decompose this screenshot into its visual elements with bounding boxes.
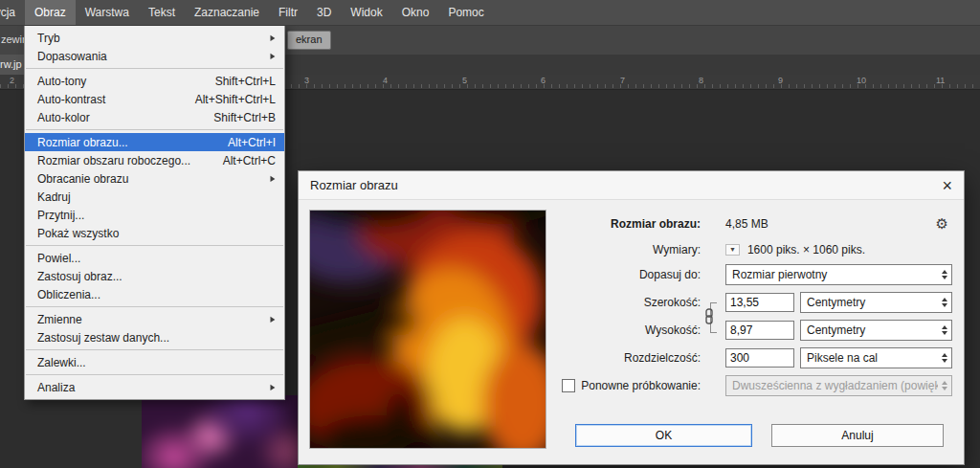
resample-label-group: Ponowne próbkowanie: bbox=[546, 379, 701, 392]
resample-label: Ponowne próbkowanie: bbox=[581, 379, 701, 392]
menu-item-zastosuj-zestaw[interactable]: Zastosuj zestaw danych... bbox=[25, 328, 284, 346]
menu-item-tryb[interactable]: Tryb▶ bbox=[25, 29, 284, 47]
screen-fit-button-partial[interactable]: ekran bbox=[287, 31, 331, 50]
resolution-input[interactable] bbox=[725, 348, 794, 368]
obraz-menu-popup: Tryb▶ Dopasowania▶ Auto-tonyShift+Ctrl+L… bbox=[24, 25, 285, 400]
resolution-row: Rozdzielczość: Piksele na cal bbox=[546, 347, 952, 368]
cancel-button[interactable]: Anuluj bbox=[771, 424, 944, 447]
fit-to-label: Dopasuj do: bbox=[546, 268, 701, 281]
preview-art bbox=[310, 211, 546, 448]
link-icon[interactable] bbox=[703, 308, 715, 324]
menu-zaznaczanie[interactable]: Zaznaczanie bbox=[185, 0, 269, 25]
submenu-arrow-icon: ▶ bbox=[270, 174, 275, 183]
image-preview[interactable] bbox=[309, 210, 546, 449]
menu-item-dopasowania[interactable]: Dopasowania▶ bbox=[25, 47, 284, 65]
menu-edycja[interactable]: Edycja bbox=[0, 0, 25, 25]
menu-bar: Edycja Obraz Warstwa Tekst Zaznaczanie F… bbox=[0, 0, 980, 26]
width-row: Szerokość: Centymetry bbox=[546, 292, 952, 313]
updown-arrows-icon bbox=[942, 325, 947, 335]
height-label: Wysokość: bbox=[546, 323, 701, 337]
dimensions-dropdown-icon[interactable]: ▼ bbox=[725, 244, 740, 256]
image-size-row: Rozmiar obrazu: 4,85 MB bbox=[546, 213, 952, 234]
gear-icon[interactable]: ⚙ bbox=[936, 213, 948, 234]
menu-separator bbox=[26, 245, 283, 246]
menu-okno[interactable]: Okno bbox=[392, 0, 439, 25]
menu-3d[interactable]: 3D bbox=[307, 0, 341, 25]
menu-item-obliczenia[interactable]: Obliczenia... bbox=[25, 285, 284, 303]
menu-widok[interactable]: Widok bbox=[341, 0, 391, 25]
menu-separator bbox=[26, 129, 283, 130]
menu-warstwa[interactable]: Warstwa bbox=[76, 0, 139, 25]
resolution-label: Rozdzielczość: bbox=[546, 351, 701, 365]
fit-to-row: Dopasuj do: Rozmiar pierwotny bbox=[546, 264, 952, 285]
menu-item-zalewki[interactable]: Zalewki... bbox=[25, 353, 284, 371]
updown-arrows-icon bbox=[942, 353, 947, 363]
height-unit-select[interactable]: Centymetry bbox=[800, 320, 952, 341]
updown-arrows-icon bbox=[942, 298, 947, 307]
menu-separator bbox=[26, 306, 283, 307]
image-size-label: Rozmiar obrazu: bbox=[546, 217, 701, 231]
menu-tekst[interactable]: Tekst bbox=[139, 0, 185, 25]
ok-button[interactable]: OK bbox=[575, 424, 752, 447]
menu-obraz[interactable]: Obraz bbox=[25, 0, 76, 25]
dialog-titlebar[interactable]: Rozmiar obrazu × bbox=[299, 171, 964, 200]
menu-item-pokaz-wszystko[interactable]: Pokaż wszystko bbox=[25, 224, 284, 242]
menu-item-auto-tony[interactable]: Auto-tonyShift+Ctrl+L bbox=[25, 72, 284, 90]
dimensions-label: Wymiary: bbox=[546, 243, 701, 256]
shortcut: Shift+Ctrl+L bbox=[215, 75, 276, 88]
submenu-arrow-icon: ▶ bbox=[270, 33, 275, 42]
close-icon[interactable]: × bbox=[942, 177, 952, 194]
shortcut: Shift+Ctrl+B bbox=[213, 111, 276, 124]
image-size-value: 4,85 MB bbox=[725, 217, 768, 231]
menu-separator bbox=[26, 68, 283, 69]
menu-item-zastosuj-obraz[interactable]: Zastosuj obraz... bbox=[25, 267, 284, 285]
width-input[interactable] bbox=[725, 293, 794, 312]
resolution-unit-select[interactable]: Piksele na cal bbox=[800, 347, 952, 368]
menu-item-kadruj[interactable]: Kadruj bbox=[25, 188, 284, 206]
height-input[interactable] bbox=[725, 321, 794, 340]
fit-to-select[interactable]: Rozmiar pierwotny bbox=[725, 264, 952, 285]
height-row: Wysokość: Centymetry bbox=[546, 320, 952, 341]
menu-item-zmienne[interactable]: Zmienne▶ bbox=[25, 310, 284, 328]
menu-item-auto-kolor[interactable]: Auto-kolorShift+Ctrl+B bbox=[25, 108, 284, 126]
shortcut: Alt+Shift+Ctrl+L bbox=[195, 93, 276, 106]
dimensions-value: 1600 piks. × 1060 piks. bbox=[747, 243, 865, 256]
resample-method-select: Dwusześcienna z wygładzaniem (powięk... bbox=[725, 375, 952, 396]
menu-pomoc[interactable]: Pomoc bbox=[438, 0, 493, 25]
menu-item-rozmiar-obrazu[interactable]: Rozmiar obrazu...Alt+Ctrl+I bbox=[25, 133, 284, 151]
updown-arrows-icon bbox=[942, 381, 947, 390]
menu-item-powiel[interactable]: Powiel... bbox=[25, 249, 284, 267]
dialog-title: Rozmiar obrazu bbox=[310, 178, 398, 192]
menu-item-przytnij[interactable]: Przytnij... bbox=[25, 206, 284, 224]
menu-separator bbox=[26, 374, 283, 375]
submenu-arrow-icon: ▶ bbox=[270, 52, 275, 60]
dimensions-row: Wymiary: ▼ 1600 piks. × 1060 piks. bbox=[546, 239, 952, 260]
shortcut: Alt+Ctrl+I bbox=[228, 136, 276, 149]
menu-separator bbox=[26, 349, 283, 350]
menu-item-auto-kontrast[interactable]: Auto-kontrastAlt+Shift+Ctrl+L bbox=[25, 90, 284, 108]
menu-item-rozmiar-obszaru[interactable]: Rozmiar obszaru roboczego...Alt+Ctrl+C bbox=[25, 151, 284, 169]
width-unit-select[interactable]: Centymetry bbox=[800, 292, 952, 313]
menu-item-analiza[interactable]: Analiza▶ bbox=[25, 378, 284, 396]
photoshop-window: Edycja Obraz Warstwa Tekst Zaznaczanie F… bbox=[0, 0, 980, 468]
width-label: Szerokość: bbox=[546, 296, 701, 309]
shortcut: Alt+Ctrl+C bbox=[223, 154, 276, 167]
submenu-arrow-icon: ▶ bbox=[270, 315, 275, 323]
menu-filtr[interactable]: Filtr bbox=[269, 0, 307, 25]
resample-checkbox[interactable] bbox=[562, 379, 575, 392]
resample-row: Ponowne próbkowanie: Dwusześcienna z wyg… bbox=[546, 375, 952, 396]
menu-item-obracanie-obrazu[interactable]: Obracanie obrazu▶ bbox=[25, 169, 284, 188]
updown-arrows-icon bbox=[942, 270, 947, 279]
submenu-arrow-icon: ▶ bbox=[270, 383, 275, 391]
image-size-dialog: Rozmiar obrazu × bbox=[298, 170, 965, 465]
photo-fragment bbox=[142, 395, 298, 468]
